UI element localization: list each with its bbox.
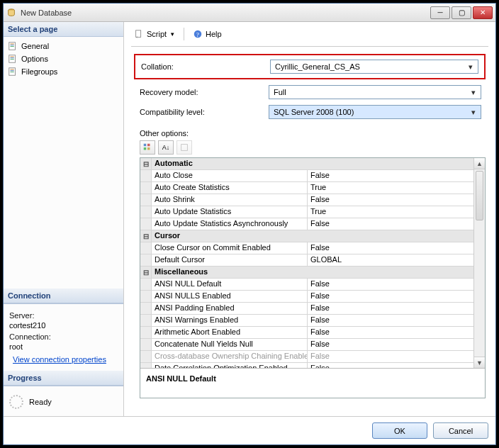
property-row[interactable]: ANSI NULLS EnabledFalse [140,291,473,303]
chevron-down-icon: ▾ [468,86,479,98]
recovery-model-select[interactable]: Full ▾ [269,85,481,99]
property-value[interactable]: False [308,303,473,314]
progress-status: Ready [29,398,52,406]
property-name: Auto Update Statistics [152,206,308,218]
collapse-icon[interactable]: ⊟ [140,267,152,278]
svg-text:?: ? [196,31,199,38]
svg-rect-3 [11,45,14,45]
property-row[interactable]: Date Correlation Optimization EnabledFal… [140,363,473,368]
sidebar-item-general[interactable]: General [6,40,120,52]
property-row[interactable]: Auto CloseFalse [140,170,473,182]
title-bar[interactable]: New Database ─ ▢ ✕ [4,4,495,22]
maximize-button[interactable]: ▢ [452,6,471,19]
main-panel: Script ▼ ? Help Collation: Cyrillic_Gene… [124,22,495,416]
vertical-scrollbar[interactable]: ▲ ▼ [473,158,485,368]
close-button[interactable]: ✕ [473,6,493,19]
help-button[interactable]: ? Help [190,28,225,40]
property-value[interactable]: False [308,170,473,181]
sidebar-item-filegroups[interactable]: Filegroups [6,65,120,78]
sidebar-item-label: General [21,42,49,50]
busy-icon [9,395,23,409]
collapse-icon[interactable]: ⊟ [140,158,152,169]
property-value[interactable]: False [308,351,473,362]
property-row[interactable]: Concatenate Null Yields NullFalse [140,339,473,351]
property-name: Default Cursor [152,254,308,266]
property-row[interactable]: Default CursorGLOBAL [140,254,473,267]
collapse-icon[interactable]: ⊟ [140,230,152,242]
property-value[interactable]: False [308,242,473,254]
progress-panel: Ready [4,386,123,416]
property-row[interactable]: Close Cursor on Commit EnabledFalse [140,242,473,254]
chevron-down-icon: ▾ [468,106,479,118]
property-name: Auto Shrink [152,194,308,206]
property-row[interactable]: Arithmetic Abort EnabledFalse [140,327,473,339]
group-name: Automatic [152,158,473,169]
scroll-thumb[interactable] [476,171,483,220]
property-name: Auto Create Statistics [152,182,308,194]
property-name: Arithmetic Abort Enabled [152,327,308,338]
property-pages-button[interactable] [176,140,192,155]
property-row[interactable]: ANSI NULL DefaultFalse [140,279,473,291]
property-value[interactable]: False [308,279,473,290]
property-value[interactable]: False [308,315,473,326]
property-row[interactable]: ANSI Padding EnabledFalse [140,303,473,315]
property-value[interactable]: True [308,182,473,194]
minimize-button[interactable]: ─ [430,6,450,19]
svg-rect-7 [11,57,14,58]
property-row[interactable]: Auto Create StatisticsTrue [140,182,473,194]
page-icon [8,54,18,64]
scroll-up-arrow[interactable]: ▲ [474,158,485,169]
view-connection-properties-link[interactable]: View connection properties [9,355,118,364]
property-name: Date Correlation Optimization Enabled [152,363,308,368]
svg-rect-6 [11,57,14,57]
svg-rect-18 [144,144,147,147]
compatibility-level-select[interactable]: SQL Server 2008 (100) ▾ [269,105,481,119]
property-value[interactable]: False [308,194,473,206]
property-name: ANSI NULLS Enabled [152,291,308,302]
svg-rect-12 [11,72,14,72]
property-value[interactable]: True [308,206,473,218]
collation-select[interactable]: Cyrillic_General_CS_AS ▾ [270,60,478,74]
collation-highlight: Collation: Cyrillic_General_CS_AS ▾ [134,54,486,79]
sidebar: Select a page General Options Filegroups… [4,22,124,416]
chevron-down-icon: ▾ [465,61,476,72]
property-group[interactable]: ⊟Cursor [140,230,473,242]
recovery-model-label: Recovery model: [140,88,260,96]
ok-button[interactable]: OK [372,422,427,439]
property-grid: ⊟AutomaticAuto CloseFalseAuto Create Sta… [140,157,486,398]
other-options-label: Other options: [131,123,488,140]
cancel-button[interactable]: Cancel [433,422,488,439]
property-row[interactable]: Auto ShrinkFalse [140,194,473,206]
property-name: Close Cursor on Commit Enabled [152,242,308,254]
sidebar-item-options[interactable]: Options [6,52,120,65]
categorized-button[interactable] [140,140,155,155]
property-row[interactable]: Auto Update StatisticsTrue [140,206,473,218]
property-value[interactable]: False [308,339,473,350]
compatibility-level-label: Compatibility level: [140,108,260,116]
sidebar-item-label: Filegroups [21,67,57,76]
property-value[interactable]: False [308,218,473,230]
svg-rect-22 [181,145,188,151]
property-name: ANSI NULL Default [152,279,308,290]
property-row[interactable]: ANSI Warnings EnabledFalse [140,315,473,327]
svg-rect-8 [11,59,14,60]
property-description: ANSI NULL Default [140,368,485,398]
script-button[interactable]: Script ▼ [131,28,178,40]
toolbar: Script ▼ ? Help [131,26,488,46]
property-group[interactable]: ⊟Miscellaneous [140,267,473,279]
property-value[interactable]: False [308,363,473,368]
property-row[interactable]: Cross-database Ownership Chaining Enable… [140,351,473,363]
alphabetical-button[interactable]: A↓ [158,140,174,155]
property-value[interactable]: GLOBAL [308,254,473,266]
property-value[interactable]: False [308,291,473,302]
svg-rect-15 [136,30,141,38]
scroll-down-arrow[interactable]: ▼ [474,357,485,368]
page-icon [8,41,18,51]
property-row[interactable]: Auto Update Statistics AsynchronouslyFal… [140,218,473,230]
connection-value: root [9,342,118,351]
server-label: Server: [9,311,118,320]
sidebar-item-label: Options [21,55,48,63]
property-value[interactable]: False [308,327,473,338]
svg-rect-11 [11,70,14,71]
property-group[interactable]: ⊟Automatic [140,158,473,170]
